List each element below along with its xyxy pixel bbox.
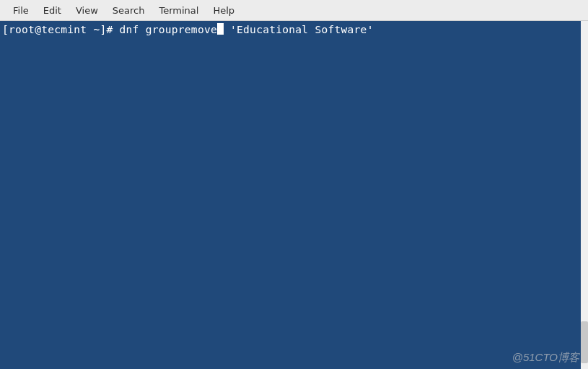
- terminal-command-part2: 'Educational Software': [224, 24, 374, 35]
- terminal[interactable]: [root@tecmint ~]# dnf groupremove 'Educa…: [0, 21, 581, 369]
- scrollbar-thumb[interactable]: [581, 321, 588, 363]
- terminal-command-part1: dnf groupremove: [120, 24, 217, 35]
- menu-search[interactable]: Search: [105, 2, 152, 19]
- menu-view[interactable]: View: [69, 2, 105, 19]
- menu-edit[interactable]: Edit: [36, 2, 69, 19]
- terminal-cursor: [217, 23, 224, 35]
- menu-terminal[interactable]: Terminal: [152, 2, 206, 19]
- terminal-prompt: [root@tecmint ~]#: [2, 24, 120, 35]
- scrollbar-vertical[interactable]: [581, 21, 588, 369]
- menu-help[interactable]: Help: [206, 2, 242, 19]
- menu-file[interactable]: File: [6, 2, 36, 19]
- menubar: File Edit View Search Terminal Help: [0, 0, 588, 21]
- terminal-line: [root@tecmint ~]# dnf groupremove 'Educa…: [2, 23, 579, 36]
